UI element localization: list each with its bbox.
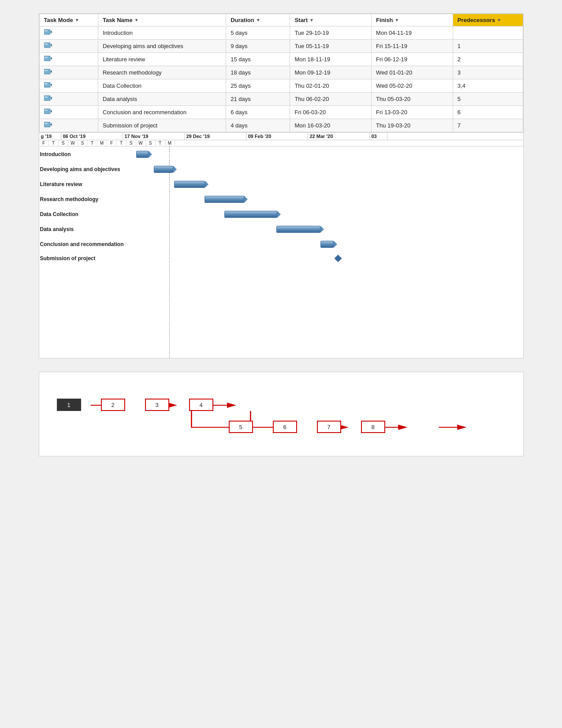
start-cell: Mon 16-03-20: [290, 119, 372, 132]
svg-rect-7: [45, 70, 48, 71]
period-4: 09 Feb '20: [246, 133, 308, 140]
gantt-row-research: Research methodology: [136, 196, 523, 203]
table-row: Developing aims and objectives9 daysTue …: [39, 40, 523, 53]
bar-developing: [154, 166, 173, 173]
bar-label-research: Research methodology: [40, 196, 99, 202]
bar-conclusion: [320, 241, 334, 248]
start-cell: Fri 06-03-20: [290, 106, 372, 119]
dropdown-arrow-duration[interactable]: ▼: [256, 18, 261, 22]
network-diagram-section: 1 2 3 4 5 6 7 8: [39, 372, 524, 456]
day-S2: S: [78, 140, 88, 146]
period-1: 06 Oct '19: [61, 133, 123, 140]
period-2: 17 Nov '19: [123, 133, 185, 140]
start-cell: Mon 18-11-19: [290, 53, 372, 66]
bar-label-literature: Literature review: [40, 181, 82, 187]
gantt-row-introduction: Introduction: [136, 151, 523, 158]
dropdown-arrow-task-mode[interactable]: ▼: [75, 18, 79, 22]
task-mode-cell: [39, 79, 98, 93]
task-mode-icon: [44, 82, 52, 88]
finish-cell: Fri 13-03-20: [372, 106, 453, 119]
bar-submission-milestone: [334, 255, 342, 262]
predecessors-cell: 7: [453, 119, 523, 132]
bar-developing-spacer: [154, 166, 173, 173]
dropdown-arrow-start[interactable]: ▼: [309, 18, 314, 22]
predecessors-cell: 3,4: [453, 79, 523, 93]
task-mode-cell: [39, 119, 98, 132]
finish-cell: Mon 04-11-19: [372, 26, 453, 40]
dropdown-arrow-predecessors[interactable]: ▼: [497, 18, 501, 22]
network-svg: [57, 385, 506, 443]
bar-research-spacer: [205, 196, 244, 203]
svg-rect-10: [44, 96, 50, 101]
period-5: 22 Mar '20: [308, 133, 370, 140]
start-cell: Thu 02-01-20: [290, 79, 372, 93]
bar-arrow-developing: [173, 166, 177, 173]
table-row: Conclusion and recommendation6 daysFri 0…: [39, 106, 523, 119]
task-mode-icon: [44, 29, 52, 35]
gantt-row-datacollection: Data Collection: [136, 211, 523, 218]
task-name-cell: Literature review: [98, 53, 226, 66]
bar-label-datacollection: Data Collection: [40, 211, 78, 217]
dropdown-arrow-task-name[interactable]: ▼: [134, 18, 139, 22]
task-mode-cell: [39, 40, 98, 53]
svg-rect-12: [44, 109, 50, 114]
svg-rect-9: [45, 83, 48, 84]
task-mode-icon: [44, 69, 52, 75]
col-header-predecessors[interactable]: Predecessors ▼: [453, 14, 523, 26]
period-0: g '19: [39, 133, 61, 140]
bar-arrow-research: [244, 196, 248, 203]
dropdown-arrow-finish[interactable]: ▼: [395, 18, 399, 22]
col-header-task-name[interactable]: Task Name ▼: [98, 14, 226, 26]
gantt-row-developing: Developing aims and objectives: [136, 166, 523, 173]
predecessors-cell: 2: [453, 53, 523, 66]
gantt-days-row: F T S W S T M F T S W S T M: [39, 140, 523, 146]
svg-rect-13: [45, 110, 48, 111]
finish-cell: Fri 15-11-19: [372, 40, 453, 53]
task-mode-icon: [44, 122, 52, 128]
period-6: 03: [370, 133, 387, 140]
start-cell: Thu 06-02-20: [290, 93, 372, 106]
task-name-cell: Introduction: [98, 26, 226, 40]
task-mode-icon: [44, 108, 52, 115]
duration-cell: 6 days: [226, 106, 290, 119]
day-T3: T: [117, 140, 127, 146]
task-name-cell: Research methodology: [98, 66, 226, 79]
col-header-task-mode[interactable]: Task Mode ▼: [39, 14, 98, 26]
bar-label-submission: Submission of project: [40, 255, 96, 261]
table-row: Data Collection25 daysThu 02-01-20Wed 05…: [39, 79, 523, 93]
network-box-2: 2: [101, 399, 125, 411]
duration-cell: 25 days: [226, 79, 290, 93]
network-box-6: 6: [273, 421, 297, 433]
day-M: M: [97, 140, 107, 146]
table-row: Introduction5 daysTue 29-10-19Mon 04-11-…: [39, 26, 523, 40]
table-row: Submission of project4 daysMon 16-03-20T…: [39, 119, 523, 132]
col-header-finish[interactable]: Finish ▼: [372, 14, 453, 26]
bar-conclusion-spacer: [320, 241, 334, 248]
finish-cell: Wed 05-02-20: [372, 79, 453, 93]
col-header-start[interactable]: Start ▼: [290, 14, 372, 26]
day-W2: W: [136, 140, 146, 146]
bar-research: [205, 196, 244, 203]
bar-datacollection-spacer: [224, 211, 277, 218]
gantt-dotted-line: [169, 146, 170, 358]
start-cell: Tue 29-10-19: [290, 26, 372, 40]
bar-label-introduction: Introduction: [40, 151, 71, 157]
bar-submission-spacer: [335, 256, 341, 261]
task-mode-icon: [44, 42, 52, 49]
gantt-row-dataanalysis: Data analysis: [136, 226, 523, 233]
finish-cell: Thu 05-03-20: [372, 93, 453, 106]
col-header-duration[interactable]: Duration ▼: [226, 14, 290, 26]
network-box-5: 5: [229, 421, 253, 433]
day-T: T: [49, 140, 59, 146]
day-S3: S: [127, 140, 136, 146]
gantt-timeline-header: g '19 06 Oct '19 17 Nov '19 29 Dec '19 0…: [39, 133, 523, 140]
task-name-cell: Data analysis: [98, 93, 226, 106]
duration-cell: 21 days: [226, 93, 290, 106]
svg-rect-2: [44, 43, 50, 48]
day-S: S: [59, 140, 68, 146]
duration-cell: 4 days: [226, 119, 290, 132]
network-box-1: 1: [57, 399, 81, 411]
bar-introduction: [136, 151, 149, 158]
task-mode-cell: [39, 66, 98, 79]
finish-cell: Wed 01-01-20: [372, 66, 453, 79]
